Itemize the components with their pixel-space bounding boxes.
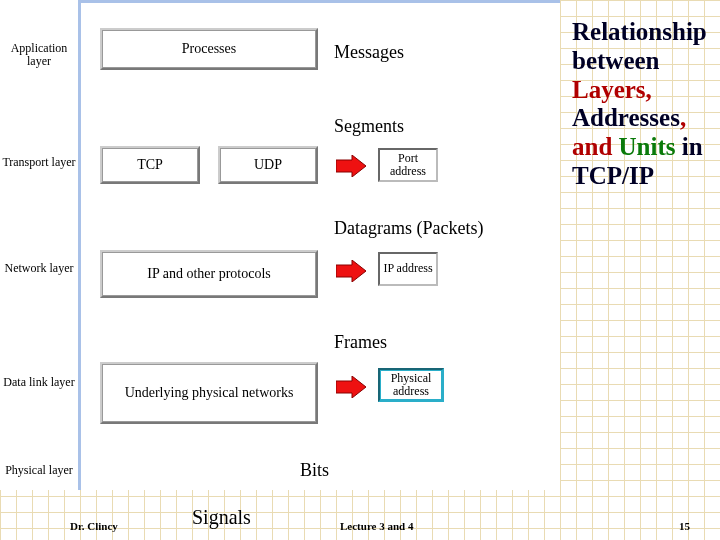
layers-diagram: Application layer Transport layer Networ… <box>0 0 560 490</box>
arrow-icon <box>336 155 366 177</box>
addr-port: Port address <box>378 148 438 182</box>
layer-column: Application layer Transport layer Networ… <box>0 0 78 490</box>
svg-marker-2 <box>336 376 366 398</box>
arrow-icon <box>336 260 366 282</box>
arrow-icon <box>336 376 366 398</box>
box-ip: IP and other protocols <box>100 250 318 298</box>
unit-signals: Signals <box>192 506 251 529</box>
svg-marker-0 <box>336 155 366 177</box>
layer-label-application: Application layer <box>2 42 76 68</box>
slide-title: Relationship between Layers, Addresses, … <box>572 18 720 191</box>
box-udp: UDP <box>218 146 318 184</box>
vertical-divider <box>78 0 81 490</box>
addr-physical: Physical address <box>378 368 444 402</box>
footer-page: 15 <box>679 520 690 532</box>
box-physnet: Underlying physical networks <box>100 362 318 424</box>
box-tcp: TCP <box>100 146 200 184</box>
unit-bits: Bits <box>298 460 331 481</box>
layer-label-datalink: Data link layer <box>2 376 76 389</box>
footer-author: Dr. Clincy <box>70 520 118 532</box>
title-layers: Layers <box>572 76 646 103</box>
title-addresses: Addresses <box>572 104 680 131</box>
unit-frames: Frames <box>332 332 389 353</box>
addr-ip: IP address <box>378 252 438 286</box>
unit-segments: Segments <box>332 116 406 137</box>
box-physnet-label: Underlying physical networks <box>125 385 294 401</box>
layer-label-transport: Transport layer <box>2 156 76 169</box>
svg-marker-1 <box>336 260 366 282</box>
box-processes: Processes <box>100 28 318 70</box>
layer-label-physical: Physical layer <box>2 464 76 477</box>
row-divider <box>78 0 560 3</box>
unit-messages: Messages <box>332 42 406 63</box>
layer-label-network: Network layer <box>2 262 76 275</box>
footer-center: Lecture 3 and 4 <box>340 520 413 532</box>
unit-datagrams: Datagrams (Packets) <box>332 218 485 239</box>
title-word: Relationship between <box>572 18 707 74</box>
title-comma: , <box>646 76 652 103</box>
box-ip-label: IP and other protocols <box>147 266 271 282</box>
title-units: Units <box>619 133 676 160</box>
